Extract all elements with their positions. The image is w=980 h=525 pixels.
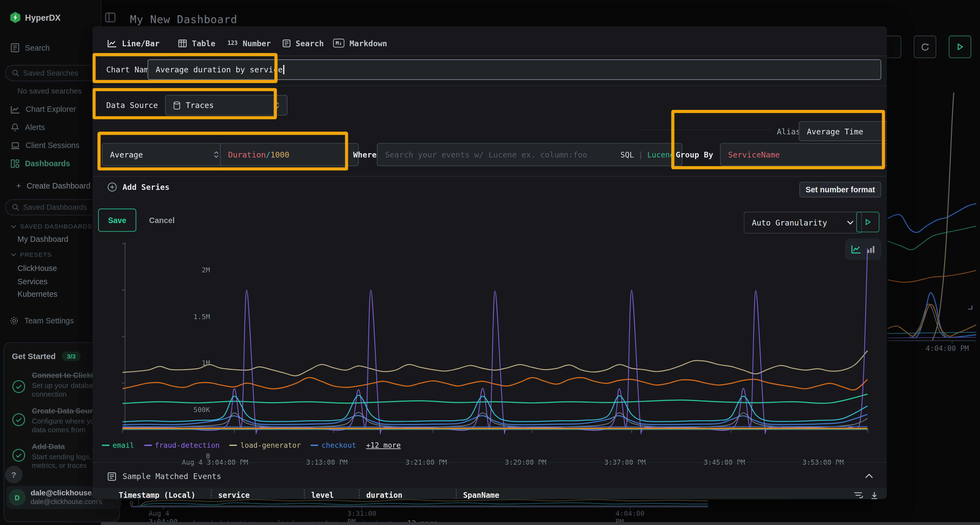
legend-more-link[interactable]: +12 more	[366, 441, 401, 450]
sidebar-item-label: Chart Explorer	[25, 105, 76, 114]
table-icon	[178, 39, 187, 47]
legend-swatch	[311, 445, 318, 446]
set-number-format-button[interactable]: Set number format	[799, 182, 881, 197]
granularity-select[interactable]: Auto Granularity	[744, 212, 862, 233]
saved-searches-input[interactable]: Saved Searches	[5, 65, 106, 81]
chevron-down-icon	[847, 220, 854, 225]
save-button[interactable]: Save	[98, 209, 136, 232]
chart-legend: emailfraud-detectionload-generatorchecko…	[102, 441, 401, 450]
adjacent-tile-tick	[952, 340, 953, 343]
legend-swatch	[102, 445, 110, 446]
adjacent-tile-chart[interactable]	[887, 63, 980, 356]
sidebar-item-client-sessions[interactable]: Client Sessions	[11, 141, 80, 150]
sidebar-toggle-icon[interactable]	[105, 13, 116, 22]
get-started-progress-badge: 3/3	[62, 352, 81, 361]
highlight-group-by	[671, 110, 885, 169]
refresh-icon	[920, 42, 930, 51]
preview-run-button[interactable]	[856, 212, 879, 232]
highlight-chart-name	[92, 53, 278, 83]
series-line-orange	[888, 270, 976, 282]
search-list-icon	[283, 39, 291, 47]
divider	[92, 176, 887, 176]
sample-events-header[interactable]: Sample Matched Events	[108, 471, 221, 481]
legend-item[interactable]: checkout	[311, 441, 356, 450]
chart-plot[interactable]	[94, 239, 873, 434]
chevron-down-icon	[11, 253, 16, 257]
tab-number[interactable]: 123 Number	[228, 32, 271, 54]
divider	[92, 86, 887, 86]
column-header-spanname[interactable]: SpanName	[456, 490, 854, 499]
dashboards-icon	[11, 159, 19, 168]
column-header-level[interactable]: level	[304, 490, 359, 499]
list-box-icon	[108, 472, 116, 481]
collapse-chevron-icon[interactable]	[865, 473, 873, 478]
sidebar-item-dashboards[interactable]: Dashboards	[11, 159, 70, 168]
cancel-button[interactable]: Cancel	[140, 209, 184, 232]
check-circle-icon	[12, 413, 26, 427]
play-icon	[956, 43, 964, 51]
tab-line-bar[interactable]: Line/Bar	[108, 32, 159, 54]
sidebar-item-search[interactable]: Search	[11, 43, 50, 52]
sidebar-item-label: Search	[25, 43, 50, 52]
y-tick-label: 0	[185, 452, 210, 460]
sidebar-item-chart-explorer[interactable]: Chart Explorer	[11, 105, 76, 114]
divider	[92, 462, 887, 463]
no-saved-searches: No saved searches	[18, 87, 82, 95]
refresh-button[interactable]	[914, 36, 937, 58]
series-line-frontend	[123, 377, 867, 390]
column-header-service[interactable]: service	[211, 490, 304, 499]
laptop-icon	[11, 141, 20, 150]
series-line-email	[123, 394, 867, 403]
search-icon	[12, 69, 20, 77]
sidebar-item-kubernetes[interactable]: Kubernetes	[18, 290, 57, 298]
legend-item[interactable]: load-generator	[230, 441, 301, 450]
text-cursor	[283, 65, 284, 74]
bottom-scroll-strip[interactable]	[55, 522, 980, 525]
logo[interactable]: HyperDX	[10, 12, 61, 23]
column-header-duration[interactable]: duration	[359, 490, 456, 499]
chevron-down-icon	[11, 224, 16, 228]
series-line-load-generator	[123, 351, 867, 376]
avatar: D	[9, 489, 25, 506]
presets-section[interactable]: PRESETS	[11, 251, 52, 258]
legend-item[interactable]: fraud-detection	[144, 441, 220, 450]
lucene-mode-toggle[interactable]: Lucene	[648, 150, 675, 159]
sidebar-item-services[interactable]: Services	[18, 277, 48, 286]
sidebar-item-team-settings[interactable]: Team Settings	[9, 316, 74, 325]
create-dashboard-button[interactable]: + Create Dashboard	[16, 181, 91, 190]
download-icon[interactable]	[870, 491, 878, 499]
filter-icon[interactable]	[854, 492, 863, 499]
tab-markdown[interactable]: M↓ Markdown	[333, 32, 387, 54]
saved-dashboards-section[interactable]: SAVED DASHBOARDS	[11, 223, 92, 230]
sidebar-item-label: Client Sessions	[25, 141, 80, 150]
sidebar-item-clickhouse[interactable]: ClickHouse	[18, 264, 57, 273]
saved-dashboards-input[interactable]: Saved Dashboards	[5, 199, 106, 216]
tab-table[interactable]: Table	[178, 32, 215, 54]
line-chart-icon	[108, 39, 117, 47]
legend-item[interactable]: email	[102, 441, 134, 450]
where-search-input[interactable]: Search your events w/ Lucene ex. column:…	[377, 143, 682, 166]
series-line-green	[888, 226, 976, 250]
sql-mode-toggle[interactable]: SQL	[620, 150, 634, 159]
user-name: dale@clickhouse.c	[31, 489, 102, 498]
sidebar-item-my-dashboard[interactable]: My Dashboard	[18, 235, 68, 243]
sidebar-item-label: Team Settings	[24, 316, 74, 325]
sidebar-item-alerts[interactable]: Alerts	[11, 123, 45, 132]
plus-circle-icon	[108, 182, 117, 192]
legend-label: load-generator	[240, 441, 301, 450]
column-header-timestamp[interactable]: Timestamp (Local)	[92, 491, 211, 499]
adjacent-tile-x-label: 4:04:00 PM	[926, 344, 969, 353]
tile-resize-handle[interactable]	[966, 304, 972, 310]
legend-swatch	[144, 445, 152, 446]
tab-search[interactable]: Search	[283, 32, 324, 54]
highlight-data-source	[92, 88, 277, 119]
number-123-icon: 123	[228, 40, 238, 46]
sidebar-item-label: Dashboards	[25, 159, 70, 168]
series-line-blue-bump	[910, 293, 977, 338]
check-circle-icon	[12, 449, 26, 462]
search-nav-icon	[11, 43, 19, 52]
where-placeholder: Search your events w/ Lucene ex. column:…	[385, 150, 587, 159]
help-button[interactable]: ?	[5, 466, 22, 484]
run-query-button[interactable]	[949, 36, 971, 58]
add-series-button[interactable]: Add Series	[108, 182, 170, 192]
